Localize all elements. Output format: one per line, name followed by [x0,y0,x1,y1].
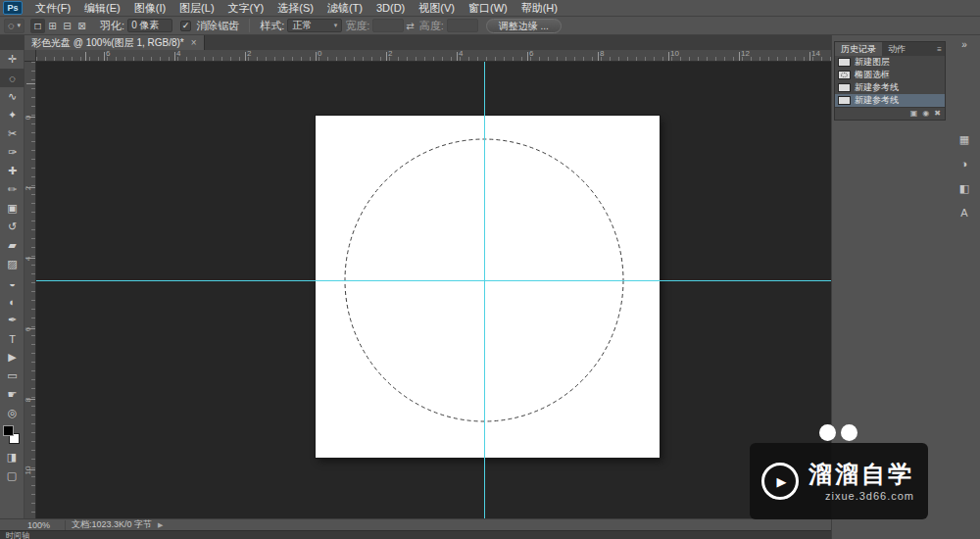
style-dropdown[interactable]: 正常 ▾ [287,19,342,32]
antialias-label: 消除锯齿 [196,19,239,33]
menu-item[interactable]: 视图(V) [412,0,462,16]
history-item[interactable]: 新建参考线 [835,94,945,107]
horizontal-ruler[interactable]: 64202468101214 [36,50,831,62]
collapse-panels-icon[interactable]: » [961,39,967,51]
character-panel-icon[interactable]: A [954,203,975,222]
ruler-label: 4 [459,50,463,58]
history-item[interactable]: 新建参考线 [835,81,945,94]
tab-history[interactable]: 历史记录 [835,42,882,56]
history-item[interactable]: 新建图层 [835,56,945,69]
status-expand-icon[interactable]: ▶ [158,521,163,529]
new-document-from-state-icon[interactable]: ▣ [910,110,918,118]
menu-item[interactable]: 选择(S) [270,0,320,16]
subtract-selection-icon[interactable]: ⊟ [60,19,74,33]
dodge-tool[interactable]: ◐ [0,292,24,311]
tool-preset-dropdown[interactable]: ◌ ▾ [4,19,24,33]
styles-panel-icon[interactable]: ◧ [954,178,975,198]
elliptical-marquee-icon: ◌ [8,20,15,31]
move-tool[interactable]: ✛ [0,50,24,69]
elliptical-selection[interactable] [316,116,660,458]
horizontal-guide[interactable] [36,280,831,281]
timeline-tab[interactable]: 时间轴 [6,531,29,539]
ruler-label: 2 [247,50,251,58]
panel-menu-icon[interactable]: ≡ [937,45,942,54]
new-snapshot-icon[interactable]: ◉ [922,110,929,118]
menu-item[interactable]: 窗口(W) [462,0,514,16]
chevron-down-icon: ▾ [18,22,22,29]
menu-item[interactable]: 文件(F) [28,0,77,16]
elliptical-marquee-tool[interactable]: ◌ [0,69,24,87]
document-tab-bar: 彩色光盘 @ 100%(图层 1, RGB/8)* × [0,35,831,50]
width-input[interactable] [372,19,404,32]
new-selection-icon[interactable]: □ [30,19,45,33]
watermark-url: zixue.3d66.com [808,490,914,502]
history-item[interactable]: 椭圆选框 [835,69,945,81]
refine-edge-button[interactable]: 调整边缘 ... [486,19,562,33]
document-tab[interactable]: 彩色光盘 @ 100%(图层 1, RGB/8)* × [24,35,205,50]
quick-mask-button[interactable]: ◨ [0,448,24,466]
clone-stamp-tool[interactable]: ▣ [0,199,24,218]
add-selection-icon[interactable]: ⊞ [45,19,60,33]
shape-tool[interactable]: ▭ [0,367,24,385]
screen-mode-button[interactable]: ▢ [0,466,24,485]
vertical-ruler[interactable]: 0246810 [24,62,36,518]
quick-selection-tool[interactable]: ✦ [0,106,24,124]
gradient-tool[interactable]: ▨ [0,255,24,273]
foreground-color-swatch[interactable] [3,425,14,436]
tab-actions[interactable]: 动作 [882,42,911,56]
color-swatches[interactable] [0,423,24,448]
menu-bar: Ps 文件(F)编辑(E)图像(I)图层(L)文字(Y)选择(S)滤镜(T)3D… [0,0,980,17]
eraser-tool[interactable]: ▰ [0,236,24,255]
swap-dimensions-icon[interactable]: ⇄ [406,21,414,31]
document-canvas[interactable] [316,116,660,458]
menu-item[interactable]: 图像(I) [127,0,172,16]
hand-tool[interactable]: ☛ [0,385,24,404]
healing-brush-tool[interactable]: ✚ [0,162,24,180]
eyedropper-tool[interactable]: ✑ [0,143,24,162]
menu-item[interactable]: 3D(D) [369,0,412,16]
canvas-area[interactable] [36,62,831,518]
ruler-corner [24,50,36,62]
style-value: 正常 [292,19,312,32]
swatches-panel-icon[interactable]: ▦ [954,129,975,149]
watermark-dot [819,424,836,441]
menu-item[interactable]: 图层(L) [172,0,220,16]
adjustments-panel-icon[interactable]: ◑ [954,154,975,173]
menu-item[interactable]: 编辑(E) [77,0,127,16]
crop-tool[interactable]: ✂ [0,124,24,143]
pen-tool[interactable]: ✒ [0,311,24,329]
brush-tool[interactable]: ✏ [0,180,24,199]
menu-items: 文件(F)编辑(E)图像(I)图层(L)文字(Y)选择(S)滤镜(T)3D(D)… [28,0,564,16]
path-selection-tool[interactable]: ▶ [0,348,24,367]
menu-item[interactable]: 帮助(H) [514,0,564,16]
menu-item[interactable]: 滤镜(T) [320,0,369,16]
antialias-checkbox[interactable]: ✓ [180,21,191,31]
vertical-guide[interactable] [484,62,485,518]
tool-list: ✛◌∿✦✂✑✚✏▣↺▰▨◒◐✒T▶▭☛◎ [0,50,24,422]
type-tool[interactable]: T [0,329,24,348]
chevron-down-icon: ▾ [334,22,338,29]
ruler-label: 8 [24,395,32,405]
blur-tool[interactable]: ◒ [0,273,24,292]
watermark-dots [819,424,858,441]
history-item-label: 新建参考线 [855,94,899,107]
delete-state-icon[interactable]: ✖ [934,110,941,118]
intersect-selection-icon[interactable]: ⊠ [74,19,89,33]
close-icon[interactable]: × [191,37,197,48]
dock-icon-list: ▦◑◧A [954,129,975,227]
zoom-tool[interactable]: ◎ [0,404,24,422]
zoom-level[interactable]: 100% [27,520,59,530]
lasso-tool[interactable]: ∿ [0,87,24,106]
ruler-label: 10 [24,466,32,475]
document-tab-title: 彩色光盘 @ 100%(图层 1, RGB/8)* [31,36,184,50]
ruler-label: 12 [741,50,750,58]
ruler-label: 0 [24,113,32,122]
ruler-label: 8 [600,50,604,58]
menu-item[interactable]: 文字(Y) [221,0,271,16]
guide-thumb-icon [838,96,851,105]
height-input[interactable] [447,19,478,32]
history-brush-tool[interactable]: ↺ [0,218,24,236]
feather-input[interactable] [127,19,172,32]
history-item-label: 新建图层 [855,56,890,69]
ruler-label: 6 [529,50,533,58]
